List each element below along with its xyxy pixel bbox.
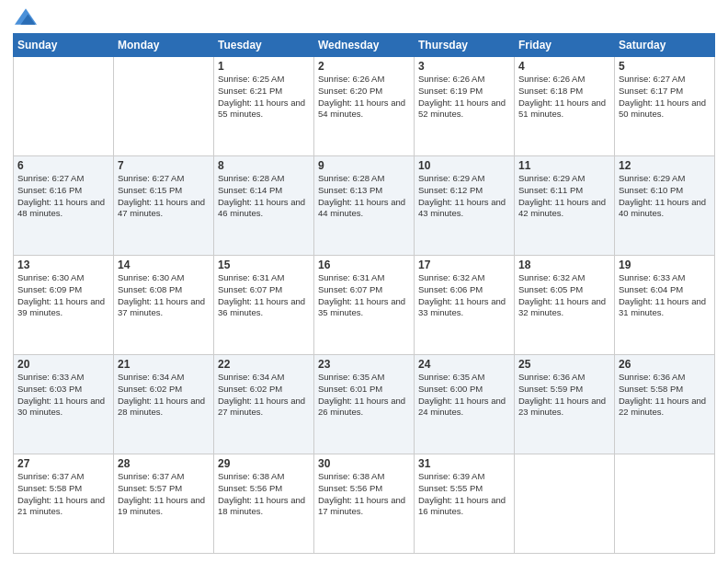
day-number: 6 <box>17 159 109 172</box>
calendar-cell: 23Sunrise: 6:35 AM Sunset: 6:01 PM Dayli… <box>314 355 415 454</box>
calendar-cell: 19Sunrise: 6:33 AM Sunset: 6:04 PM Dayli… <box>615 256 715 355</box>
day-info: Sunrise: 6:27 AM Sunset: 6:16 PM Dayligh… <box>17 173 109 220</box>
day-number: 21 <box>118 358 210 371</box>
calendar-cell: 26Sunrise: 6:36 AM Sunset: 5:58 PM Dayli… <box>615 355 715 454</box>
day-number: 25 <box>518 358 610 371</box>
day-number: 8 <box>218 159 310 172</box>
day-info: Sunrise: 6:36 AM Sunset: 5:58 PM Dayligh… <box>619 372 711 419</box>
day-info: Sunrise: 6:37 AM Sunset: 5:57 PM Dayligh… <box>118 471 210 518</box>
day-info: Sunrise: 6:30 AM Sunset: 6:08 PM Dayligh… <box>118 272 210 319</box>
day-info: Sunrise: 6:31 AM Sunset: 6:07 PM Dayligh… <box>218 272 310 319</box>
calendar-cell: 15Sunrise: 6:31 AM Sunset: 6:07 PM Dayli… <box>214 256 314 355</box>
day-number: 12 <box>619 159 711 172</box>
page: SundayMondayTuesdayWednesdayThursdayFrid… <box>0 0 728 563</box>
calendar-cell: 21Sunrise: 6:34 AM Sunset: 6:02 PM Dayli… <box>114 355 214 454</box>
day-info: Sunrise: 6:29 AM Sunset: 6:11 PM Dayligh… <box>518 173 610 220</box>
day-number: 30 <box>318 457 410 470</box>
calendar-cell: 8Sunrise: 6:28 AM Sunset: 6:14 PM Daylig… <box>214 156 314 256</box>
day-info: Sunrise: 6:36 AM Sunset: 5:59 PM Dayligh… <box>518 372 610 419</box>
calendar-cell: 10Sunrise: 6:29 AM Sunset: 6:12 PM Dayli… <box>415 156 515 256</box>
calendar-cell: 22Sunrise: 6:34 AM Sunset: 6:02 PM Dayli… <box>214 355 314 454</box>
day-number: 14 <box>118 259 210 271</box>
calendar-cell: 11Sunrise: 6:29 AM Sunset: 6:11 PM Dayli… <box>515 156 615 256</box>
calendar-cell: 27Sunrise: 6:37 AM Sunset: 5:58 PM Dayli… <box>14 454 114 554</box>
day-info: Sunrise: 6:26 AM Sunset: 6:19 PM Dayligh… <box>418 74 510 121</box>
day-info: Sunrise: 6:29 AM Sunset: 6:10 PM Dayligh… <box>619 173 711 220</box>
weekday-header: Friday <box>515 34 615 57</box>
day-number: 1 <box>218 60 310 73</box>
calendar-cell: 30Sunrise: 6:38 AM Sunset: 5:56 PM Dayli… <box>314 454 415 554</box>
calendar-cell: 14Sunrise: 6:30 AM Sunset: 6:08 PM Dayli… <box>114 256 214 355</box>
logo <box>13 9 37 26</box>
day-number: 29 <box>218 457 310 470</box>
day-info: Sunrise: 6:32 AM Sunset: 6:06 PM Dayligh… <box>418 272 510 319</box>
calendar-cell: 1Sunrise: 6:25 AM Sunset: 6:21 PM Daylig… <box>214 57 314 156</box>
day-info: Sunrise: 6:33 AM Sunset: 6:03 PM Dayligh… <box>17 372 109 419</box>
day-number: 28 <box>118 457 210 470</box>
day-info: Sunrise: 6:25 AM Sunset: 6:21 PM Dayligh… <box>218 74 310 121</box>
calendar-cell: 2Sunrise: 6:26 AM Sunset: 6:20 PM Daylig… <box>314 57 415 156</box>
day-info: Sunrise: 6:28 AM Sunset: 6:14 PM Dayligh… <box>218 173 310 220</box>
calendar-cell: 20Sunrise: 6:33 AM Sunset: 6:03 PM Dayli… <box>14 355 114 454</box>
day-number: 17 <box>418 259 510 271</box>
calendar-week-row: 1Sunrise: 6:25 AM Sunset: 6:21 PM Daylig… <box>14 57 715 156</box>
day-info: Sunrise: 6:38 AM Sunset: 5:56 PM Dayligh… <box>218 471 310 518</box>
day-number: 7 <box>118 159 210 172</box>
calendar-cell: 7Sunrise: 6:27 AM Sunset: 6:15 PM Daylig… <box>114 156 214 256</box>
calendar-week-row: 20Sunrise: 6:33 AM Sunset: 6:03 PM Dayli… <box>14 355 715 454</box>
calendar-cell: 28Sunrise: 6:37 AM Sunset: 5:57 PM Dayli… <box>114 454 214 554</box>
day-number: 10 <box>418 159 510 172</box>
day-info: Sunrise: 6:26 AM Sunset: 6:20 PM Dayligh… <box>318 74 410 121</box>
day-number: 20 <box>17 358 109 371</box>
day-number: 5 <box>619 60 711 73</box>
calendar-cell: 29Sunrise: 6:38 AM Sunset: 5:56 PM Dayli… <box>214 454 314 554</box>
calendar-cell: 4Sunrise: 6:26 AM Sunset: 6:18 PM Daylig… <box>515 57 615 156</box>
day-number: 24 <box>418 358 510 371</box>
calendar-cell: 25Sunrise: 6:36 AM Sunset: 5:59 PM Dayli… <box>515 355 615 454</box>
weekday-header: Monday <box>114 34 214 57</box>
day-info: Sunrise: 6:30 AM Sunset: 6:09 PM Dayligh… <box>17 272 109 319</box>
day-info: Sunrise: 6:32 AM Sunset: 6:05 PM Dayligh… <box>518 272 610 319</box>
header <box>13 9 715 26</box>
calendar-week-row: 6Sunrise: 6:27 AM Sunset: 6:16 PM Daylig… <box>14 156 715 256</box>
day-number: 27 <box>17 457 109 470</box>
day-number: 11 <box>518 159 610 172</box>
day-info: Sunrise: 6:26 AM Sunset: 6:18 PM Dayligh… <box>518 74 610 121</box>
calendar-cell: 3Sunrise: 6:26 AM Sunset: 6:19 PM Daylig… <box>415 57 515 156</box>
calendar-cell <box>615 454 715 554</box>
calendar-cell: 24Sunrise: 6:35 AM Sunset: 6:00 PM Dayli… <box>415 355 515 454</box>
weekday-header: Tuesday <box>214 34 314 57</box>
day-info: Sunrise: 6:28 AM Sunset: 6:13 PM Dayligh… <box>318 173 410 220</box>
logo-icon <box>15 7 37 26</box>
weekday-header: Thursday <box>415 34 515 57</box>
day-info: Sunrise: 6:27 AM Sunset: 6:15 PM Dayligh… <box>118 173 210 220</box>
calendar-cell: 31Sunrise: 6:39 AM Sunset: 5:55 PM Dayli… <box>415 454 515 554</box>
day-number: 19 <box>619 259 711 271</box>
day-number: 16 <box>318 259 410 271</box>
day-number: 4 <box>518 60 610 73</box>
day-number: 18 <box>518 259 610 271</box>
calendar-cell: 17Sunrise: 6:32 AM Sunset: 6:06 PM Dayli… <box>415 256 515 355</box>
calendar-cell: 5Sunrise: 6:27 AM Sunset: 6:17 PM Daylig… <box>615 57 715 156</box>
calendar-cell: 18Sunrise: 6:32 AM Sunset: 6:05 PM Dayli… <box>515 256 615 355</box>
calendar-table: SundayMondayTuesdayWednesdayThursdayFrid… <box>13 33 715 554</box>
calendar-cell <box>114 57 214 156</box>
day-number: 22 <box>218 358 310 371</box>
calendar-cell: 12Sunrise: 6:29 AM Sunset: 6:10 PM Dayli… <box>615 156 715 256</box>
calendar-cell: 16Sunrise: 6:31 AM Sunset: 6:07 PM Dayli… <box>314 256 415 355</box>
calendar-week-row: 13Sunrise: 6:30 AM Sunset: 6:09 PM Dayli… <box>14 256 715 355</box>
day-info: Sunrise: 6:38 AM Sunset: 5:56 PM Dayligh… <box>318 471 410 518</box>
calendar-cell: 13Sunrise: 6:30 AM Sunset: 6:09 PM Dayli… <box>14 256 114 355</box>
day-number: 26 <box>619 358 711 371</box>
calendar-cell: 6Sunrise: 6:27 AM Sunset: 6:16 PM Daylig… <box>14 156 114 256</box>
day-number: 23 <box>318 358 410 371</box>
day-info: Sunrise: 6:34 AM Sunset: 6:02 PM Dayligh… <box>118 372 210 419</box>
calendar-cell <box>14 57 114 156</box>
weekday-header: Wednesday <box>314 34 415 57</box>
day-info: Sunrise: 6:27 AM Sunset: 6:17 PM Dayligh… <box>619 74 711 121</box>
weekday-header: Saturday <box>615 34 715 57</box>
day-number: 31 <box>418 457 510 470</box>
day-number: 2 <box>318 60 410 73</box>
day-info: Sunrise: 6:31 AM Sunset: 6:07 PM Dayligh… <box>318 272 410 319</box>
day-info: Sunrise: 6:37 AM Sunset: 5:58 PM Dayligh… <box>17 471 109 518</box>
